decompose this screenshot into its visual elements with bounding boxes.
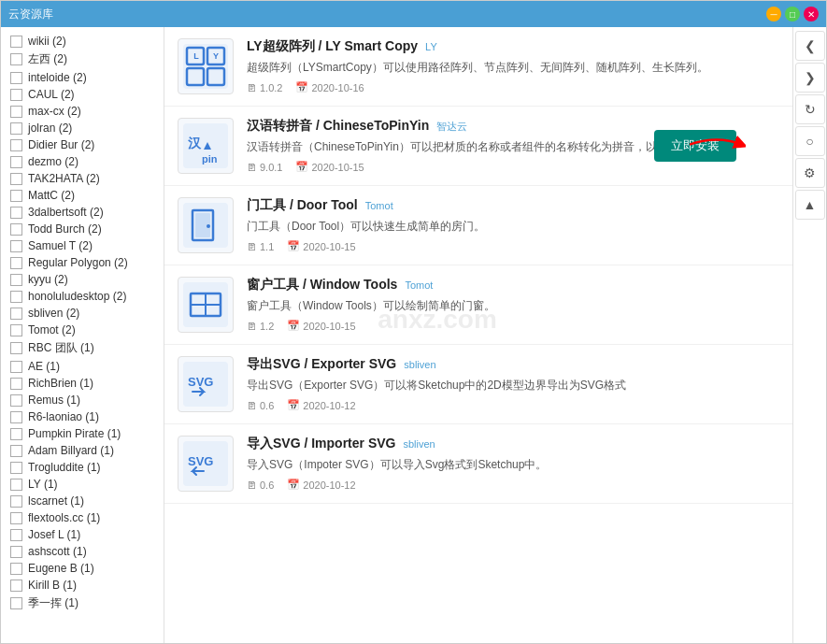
sidebar-item[interactable]: Didier Bur (2) xyxy=(1,136,164,153)
plugin-date: 📅 2020-10-15 xyxy=(287,240,355,252)
sidebar-item[interactable]: inteloide (2) xyxy=(1,69,164,86)
sidebar-item-label: AE (1) xyxy=(28,360,60,373)
sidebar-checkbox[interactable] xyxy=(10,257,22,269)
sidebar-item[interactable]: jolran (2) xyxy=(1,120,164,136)
plugin-title-row: 窗户工具 / Window ToolsTomot xyxy=(247,277,779,293)
sidebar-checkbox[interactable] xyxy=(10,53,22,65)
sidebar-item[interactable]: Samuel T (2) xyxy=(1,237,164,254)
sidebar-item[interactable]: Eugene B (1) xyxy=(1,560,164,577)
sidebar-item[interactable]: Todd Burch (2) xyxy=(1,221,164,237)
close-button[interactable]: ✕ xyxy=(804,7,819,21)
sidebar-item[interactable]: 季一挥 (1) xyxy=(1,594,164,613)
sidebar-item[interactable]: Kirill B (1) xyxy=(1,577,164,594)
sidebar-item[interactable]: wikii (2) xyxy=(1,33,164,50)
sidebar-item[interactable]: R6-laoniao (1) xyxy=(1,408,164,425)
sidebar-item[interactable]: dezmo (2) xyxy=(1,153,164,170)
plugin-desc: 导入SVG（Impoter SVG）可以导入Svg格式到Sketchup中。 xyxy=(247,456,733,473)
maximize-button[interactable]: □ xyxy=(785,7,800,21)
sidebar-item-label: Samuel T (2) xyxy=(28,239,93,252)
sidebar-item-label: R6-laoniao (1) xyxy=(28,410,99,423)
sidebar-item[interactable]: Pumpkin Pirate (1) xyxy=(1,425,164,442)
sidebar-checkbox[interactable] xyxy=(10,36,22,48)
sidebar-checkbox[interactable] xyxy=(10,563,22,575)
next-button[interactable]: ❯ xyxy=(795,63,825,93)
sidebar-item[interactable]: Josef L (1) xyxy=(1,526,164,543)
sidebar-checkbox[interactable] xyxy=(10,378,22,390)
minimize-button[interactable]: ─ xyxy=(766,7,781,21)
sidebar-checkbox[interactable] xyxy=(10,223,22,236)
sidebar-item[interactable]: MattC (2) xyxy=(1,187,164,204)
settings-button[interactable]: ⚙ xyxy=(795,158,825,188)
plugin-info: 导出SVG / Exporter SVGsbliven导出SVG（Exporte… xyxy=(247,356,779,411)
sidebar-checkbox[interactable] xyxy=(10,495,22,508)
plugin-item: 窗户工具 / Window ToolsTomot窗户工具（Window Tool… xyxy=(164,265,792,345)
sidebar-item-label: Kirill B (1) xyxy=(28,579,77,592)
sidebar-checkbox[interactable] xyxy=(10,139,22,151)
sidebar-checkbox[interactable] xyxy=(10,529,22,541)
sidebar-item-label: LY (1) xyxy=(28,478,58,491)
sidebar-checkbox[interactable] xyxy=(10,597,22,609)
refresh-button[interactable]: ↻ xyxy=(795,94,825,124)
sidebar-item[interactable]: flextools.cc (1) xyxy=(1,509,164,526)
sidebar-checkbox[interactable] xyxy=(10,445,22,457)
plugin-title-text: 导出SVG / Exporter SVG xyxy=(247,356,396,373)
sidebar-checkbox[interactable] xyxy=(10,428,22,440)
sidebar-item[interactable]: lscarnet (1) xyxy=(1,493,164,509)
sidebar-item[interactable]: AE (1) xyxy=(1,358,164,375)
sidebar-item-label: Josef L (1) xyxy=(28,528,80,541)
svg-text:pin: pin xyxy=(202,153,218,165)
sidebar-item[interactable]: RBC 团队 (1) xyxy=(1,338,164,358)
sidebar-checkbox[interactable] xyxy=(10,156,22,168)
plugin-tag: Tomot xyxy=(365,200,393,211)
sidebar-checkbox[interactable] xyxy=(10,89,22,101)
sidebar-item[interactable]: Tomot (2) xyxy=(1,322,164,338)
sidebar-checkbox[interactable] xyxy=(10,342,22,354)
plugin-version: 🖹 0.6 xyxy=(247,479,274,491)
svg-point-13 xyxy=(207,224,210,228)
sidebar-checkbox[interactable] xyxy=(10,462,22,474)
sidebar-item[interactable]: ashscott (1) xyxy=(1,543,164,560)
sidebar-item[interactable]: RichBrien (1) xyxy=(1,375,164,392)
sidebar-checkbox[interactable] xyxy=(10,308,22,320)
plugin-title-row: 导出SVG / Exporter SVGsbliven xyxy=(247,356,779,373)
prev-button[interactable]: ❮ xyxy=(795,31,825,61)
sidebar-checkbox[interactable] xyxy=(10,361,22,373)
sidebar-item[interactable]: Adam Billyard (1) xyxy=(1,442,164,459)
plugin-info: 导入SVG / Importer SVGsbliven导入SVG（Impoter… xyxy=(247,436,779,491)
sidebar-item[interactable]: LY (1) xyxy=(1,476,164,493)
sidebar-checkbox[interactable] xyxy=(10,479,22,491)
sidebar-item[interactable]: kyyu (2) xyxy=(1,271,164,288)
sidebar-checkbox[interactable] xyxy=(10,173,22,185)
sidebar-checkbox[interactable] xyxy=(10,207,22,219)
sidebar-checkbox[interactable] xyxy=(10,190,22,202)
sidebar-item[interactable]: sbliven (2) xyxy=(1,305,164,322)
plugin-info: 窗户工具 / Window ToolsTomot窗户工具（Window Tool… xyxy=(247,277,779,332)
sidebar-checkbox[interactable] xyxy=(10,240,22,252)
plugin-tag: LY xyxy=(425,41,437,52)
sidebar-checkbox[interactable] xyxy=(10,546,22,558)
sidebar-checkbox[interactable] xyxy=(10,512,22,524)
sidebar-item[interactable]: max-cx (2) xyxy=(1,103,164,120)
sidebar-item[interactable]: Trogluddite (1) xyxy=(1,459,164,476)
version-icon: 🖹 xyxy=(247,82,257,93)
sidebar-checkbox[interactable] xyxy=(10,580,22,592)
sidebar-checkbox[interactable] xyxy=(10,394,22,407)
sidebar-item[interactable]: Regular Polygon (2) xyxy=(1,254,164,271)
sidebar-item-label: RBC 团队 (1) xyxy=(28,340,94,356)
install-button[interactable]: 立即安装 xyxy=(654,130,736,162)
sidebar-checkbox[interactable] xyxy=(10,411,22,423)
sidebar-checkbox[interactable] xyxy=(10,72,22,84)
sidebar-checkbox[interactable] xyxy=(10,324,22,336)
sidebar-checkbox[interactable] xyxy=(10,122,22,135)
sidebar-item[interactable]: 3dalbertsoft (2) xyxy=(1,204,164,221)
sidebar-item[interactable]: Remus (1) xyxy=(1,392,164,408)
sidebar-item[interactable]: honoluludesktop (2) xyxy=(1,288,164,305)
sidebar-checkbox[interactable] xyxy=(10,291,22,303)
sidebar-checkbox[interactable] xyxy=(10,106,22,118)
circle-button[interactable]: ○ xyxy=(795,126,825,156)
up-button[interactable]: ▲ xyxy=(795,190,825,220)
sidebar-item[interactable]: CAUL (2) xyxy=(1,86,164,103)
sidebar-item[interactable]: TAK2HATA (2) xyxy=(1,170,164,187)
sidebar-checkbox[interactable] xyxy=(10,274,22,286)
sidebar-item[interactable]: 左西 (2) xyxy=(1,50,164,69)
